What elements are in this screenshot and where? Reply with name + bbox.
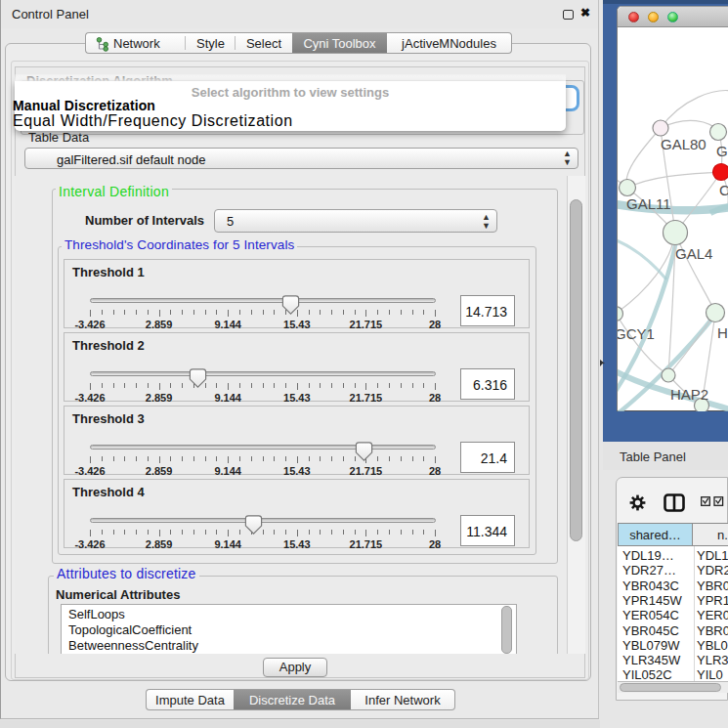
svg-text:GCY1: GCY1 xyxy=(618,325,655,342)
svg-text:G.: G. xyxy=(716,143,728,159)
svg-text:H: H xyxy=(717,324,728,341)
svg-text:C: C xyxy=(719,182,728,198)
svg-text:GAL80: GAL80 xyxy=(661,136,707,152)
svg-text:GAL4: GAL4 xyxy=(675,245,712,262)
svg-text:GAL11: GAL11 xyxy=(626,195,671,212)
svg-text:HAP2: HAP2 xyxy=(670,386,708,403)
